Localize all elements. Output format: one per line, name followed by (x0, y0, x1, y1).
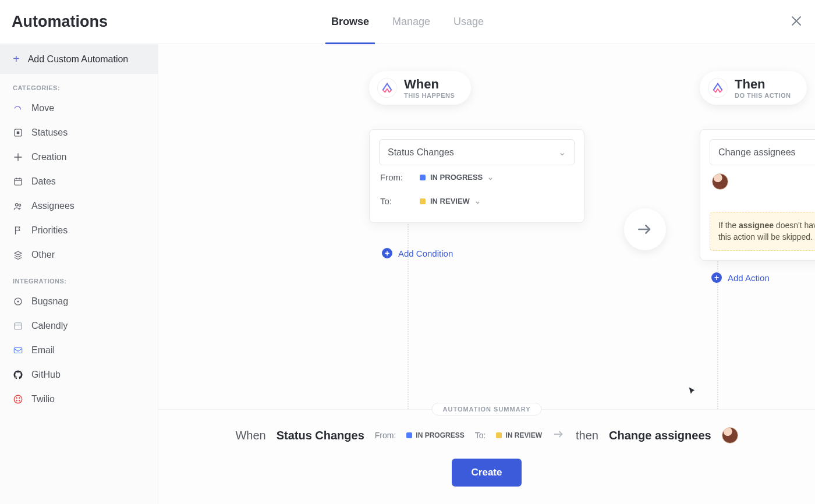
status-color-dot (406, 432, 412, 438)
svg-point-12 (16, 400, 17, 401)
svg-rect-1 (17, 132, 20, 134)
mouse-cursor-icon (688, 386, 697, 398)
sidebar-item-calendly[interactable]: Calendly (0, 314, 158, 338)
svg-point-4 (19, 204, 21, 207)
from-status-picker[interactable]: IN PROGRESS ⌄ (420, 173, 494, 182)
to-label: To: (380, 196, 409, 206)
sidebar-item-creation[interactable]: Creation (0, 145, 158, 169)
sidebar-item-other[interactable]: Other (0, 243, 158, 267)
svg-point-9 (14, 395, 22, 403)
sidebar-item-move[interactable]: Move (0, 96, 158, 120)
email-icon (13, 345, 23, 356)
sidebar-item-bugsnag[interactable]: Bugsnag (0, 289, 158, 314)
tab-browse[interactable]: Browse (320, 0, 381, 44)
from-label: From: (380, 172, 409, 182)
add-custom-label: Add Custom Automation (28, 54, 129, 65)
action-select[interactable]: Change assignees ⌄ (710, 139, 815, 165)
summary-label: AUTOMATION SUMMARY (431, 403, 541, 416)
svg-point-3 (16, 204, 19, 207)
then-card: Change assignees ⌄ Advanced If the assig… (700, 129, 815, 261)
clickup-logo-icon (377, 78, 397, 98)
close-button[interactable] (789, 14, 803, 30)
status-color-dot (496, 432, 502, 438)
automation-summary: AUTOMATION SUMMARY When Status Changes F… (158, 409, 815, 504)
sidebar-item-dates[interactable]: Dates (0, 169, 158, 194)
sidebar-item-statuses[interactable]: Statuses (0, 120, 158, 145)
add-action-button[interactable]: + Add Action (711, 272, 770, 283)
assignee-warning: If the assignee doesn't have access to t… (710, 212, 815, 251)
close-icon (789, 14, 803, 28)
sidebar-item-label: Dates (31, 176, 56, 187)
stack-icon (13, 250, 23, 260)
sidebar-item-label: Move (31, 103, 54, 113)
sidebar-item-label: Calendly (31, 321, 68, 331)
sidebar-item-github[interactable]: GitHub (0, 363, 158, 387)
sidebar-item-label: Other (31, 250, 55, 260)
add-custom-automation-button[interactable]: + Add Custom Automation (0, 44, 158, 74)
plus-circle-icon: + (382, 248, 392, 258)
tab-label: Usage (453, 16, 484, 28)
summary-from-value: IN PROGRESS (416, 431, 464, 439)
summary-to-chip: IN REVIEW (496, 431, 542, 439)
when-subtitle: THIS HAPPENS (404, 92, 455, 99)
summary-from-label: From: (375, 431, 396, 440)
automation-builder: When THIS HAPPENS Then DO THIS ACTION St… (158, 44, 815, 409)
trigger-select[interactable]: Status Changes ⌄ (379, 139, 575, 165)
tab-usage[interactable]: Usage (442, 0, 495, 44)
status-color-dot (420, 175, 426, 180)
add-condition-label: Add Condition (398, 249, 453, 258)
summary-from-chip: IN PROGRESS (406, 431, 464, 439)
summary-to-label: To: (475, 431, 486, 440)
sidebar-item-twilio[interactable]: Twilio (0, 387, 158, 411)
sidebar-item-priorities[interactable]: Priorities (0, 218, 158, 243)
create-button[interactable]: Create (452, 459, 522, 487)
share-arrow-icon (13, 103, 23, 113)
flow-arrow (624, 208, 666, 250)
sidebar-item-assignees[interactable]: Assignees (0, 194, 158, 218)
plus-circle-icon: + (711, 272, 722, 283)
create-label: Create (472, 467, 502, 478)
tab-label: Manage (392, 16, 430, 28)
square-dot-icon (13, 127, 23, 138)
sidebar-item-label: Creation (31, 152, 66, 162)
sidebar-item-label: Bugsnag (31, 296, 68, 307)
sidebar-item-label: Email (31, 345, 55, 356)
when-pill: When THIS HAPPENS (369, 71, 471, 105)
tab-manage[interactable]: Manage (381, 0, 442, 44)
sidebar-item-label: Assignees (31, 201, 75, 211)
when-card: Status Changes ⌄ From: IN PROGRESS ⌄ To: (369, 129, 584, 223)
svg-point-6 (17, 301, 19, 303)
warning-text-prefix: If the (718, 221, 739, 230)
svg-point-10 (16, 397, 17, 399)
arrow-right-icon (636, 220, 654, 239)
sidebar-item-email[interactable]: Email (0, 338, 158, 363)
plus-icon: + (13, 52, 20, 66)
chevron-down-icon: ⌄ (487, 173, 494, 182)
assignee-avatar[interactable] (712, 173, 728, 190)
header: Automations Browse Manage Usage (0, 0, 815, 44)
bugsnag-icon (13, 296, 23, 307)
status-color-dot (420, 198, 426, 204)
summary-line: When Status Changes From: IN PROGRESS To… (182, 427, 792, 443)
github-icon (13, 370, 23, 380)
svg-rect-2 (15, 179, 22, 185)
from-status-value: IN PROGRESS (430, 173, 483, 182)
to-status-value: IN REVIEW (430, 197, 470, 205)
then-subtitle: DO THIS ACTION (735, 92, 791, 99)
summary-to-value: IN REVIEW (505, 431, 542, 439)
chevron-down-icon: ⌄ (474, 197, 481, 205)
page-title: Automations (12, 13, 108, 31)
integrations-section-label: INTEGRATIONS: (0, 267, 158, 289)
trigger-select-value: Status Changes (388, 147, 454, 158)
add-condition-button[interactable]: + Add Condition (382, 248, 453, 258)
plus-cross-icon (13, 152, 23, 162)
arrow-right-icon (552, 428, 565, 443)
summary-assignee-avatar (722, 427, 738, 443)
summary-trigger: Status Changes (277, 429, 364, 442)
action-select-value: Change assignees (718, 147, 796, 158)
sidebar-item-label: GitHub (31, 370, 61, 380)
sidebar: + Add Custom Automation CATEGORIES: Move… (0, 44, 158, 504)
tab-label: Browse (331, 16, 369, 28)
to-status-picker[interactable]: IN REVIEW ⌄ (420, 197, 481, 205)
then-title: Then (735, 77, 791, 92)
